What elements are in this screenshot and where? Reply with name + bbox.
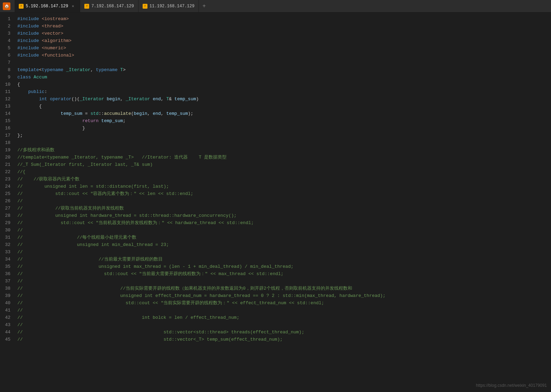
code-line: { — [17, 81, 551, 88]
line-number: 32 — [0, 241, 10, 248]
tab-1[interactable]: 5.192.168.147.129 ✕ — [15, 0, 80, 12]
code-line: // — [17, 197, 551, 205]
code-line: // //获取当前机器支持的并发线程数 — [17, 205, 551, 212]
line-number: 22 — [0, 168, 10, 176]
line-number: 45 — [0, 336, 10, 343]
code-line: // //获取容器内元素个数 — [17, 176, 551, 183]
editor-area: 1234567891011121314151617181920212223242… — [0, 12, 551, 392]
code-line: // //每个线程最小处理元素个数 — [17, 234, 551, 241]
line-number: 37 — [0, 278, 10, 285]
title-bar-left: 🏠 — [0, 0, 15, 12]
code-line: // unsigned int hardware_thread = std::t… — [17, 212, 551, 219]
tab-close-1[interactable]: ✕ — [70, 3, 76, 9]
tab-icon-1 — [19, 4, 24, 9]
code-line: // std::cout << "当前实际需要开辟的线程数为：" << effe… — [17, 299, 551, 307]
line-number: 12 — [0, 95, 10, 103]
code-line: #include <functional> — [17, 52, 551, 59]
code-line: // int bolck = len / effect_thread_num; — [17, 314, 551, 321]
code-line: // — [17, 248, 551, 256]
tab-add-button[interactable]: + — [199, 0, 209, 12]
code-line: // — [17, 278, 551, 285]
line-number: 27 — [0, 205, 10, 212]
line-number: 29 — [0, 219, 10, 227]
line-number: 2 — [0, 23, 10, 30]
line-number: 30 — [0, 227, 10, 234]
code-line: class Accum — [17, 74, 551, 81]
line-number: 40 — [0, 299, 10, 307]
tabs-container: 5.192.168.147.129 ✕ 7.192.168.147.129 11… — [15, 0, 551, 12]
line-number: 25 — [0, 190, 10, 197]
line-number: 36 — [0, 270, 10, 278]
code-line: return temp_sum; — [17, 117, 551, 125]
line-number: 34 — [0, 256, 10, 263]
line-number: 41 — [0, 307, 10, 314]
code-line: // std::cout << "容器内元素个数为：" << len << st… — [17, 190, 551, 197]
line-number: 11 — [0, 88, 10, 95]
code-line: #include <numeric> — [17, 44, 551, 52]
code-area: 1234567891011121314151617181920212223242… — [0, 12, 551, 346]
line-number: 23 — [0, 176, 10, 183]
watermark: https://blog.csdn.net/weixin_40179091 — [476, 383, 547, 388]
code-line: //{ — [17, 168, 551, 176]
code-line — [17, 139, 551, 146]
code-line: // — [17, 227, 551, 234]
tab-2[interactable]: 7.192.168.147.129 — [80, 0, 138, 12]
line-number: 26 — [0, 197, 10, 205]
line-number: 3 — [0, 30, 10, 37]
title-bar: 🏠 5.192.168.147.129 ✕ 7.192.168.147.129 … — [0, 0, 551, 12]
line-number: 13 — [0, 103, 10, 110]
tab-icon-2 — [84, 4, 89, 9]
code-line: //_T Sum(_Iterator first, _Iterator last… — [17, 161, 551, 168]
code-content[interactable]: #include <iostream>#include <thread>#inc… — [15, 15, 551, 343]
code-line: // std::cout << "当前最大需要开辟的线程数为：" << max_… — [17, 270, 551, 278]
line-number: 31 — [0, 234, 10, 241]
tab-icon-3 — [143, 4, 147, 9]
line-number: 42 — [0, 314, 10, 321]
code-line: public: — [17, 88, 551, 95]
line-number: 33 — [0, 248, 10, 256]
code-line: #include <vector> — [17, 30, 551, 37]
line-number: 21 — [0, 161, 10, 168]
code-line: // //当前实际需要开辟的线程数（如果机器支持的并发数返回为0，则开辟2个线程… — [17, 285, 551, 292]
code-line: // //当前最大需要开辟线程的数目 — [17, 256, 551, 263]
code-line: #include <iostream> — [17, 15, 551, 23]
line-number: 17 — [0, 132, 10, 139]
line-number: 35 — [0, 263, 10, 270]
line-number: 5 — [0, 44, 10, 52]
line-number: 39 — [0, 292, 10, 299]
code-line: // unsigned int min_deal_thread = 23; — [17, 241, 551, 248]
line-number: 15 — [0, 117, 10, 125]
line-number: 7 — [0, 59, 10, 66]
line-number: 8 — [0, 66, 10, 74]
line-number: 18 — [0, 139, 10, 146]
tab-label-1: 5.192.168.147.129 — [26, 4, 68, 9]
code-line: { — [17, 103, 551, 110]
code-line: } — [17, 125, 551, 132]
code-line: // std::cout << "当前机器支持的并发线程数为：" << hard… — [17, 219, 551, 227]
line-numbers: 1234567891011121314151617181920212223242… — [0, 15, 15, 343]
code-line: // — [17, 321, 551, 329]
line-number: 14 — [0, 110, 10, 117]
code-line: // std::vector<std::thread> threads(effe… — [17, 329, 551, 336]
code-line: temp_sum = std::accumulate(begin, end, t… — [17, 110, 551, 117]
code-line: // unsigned int effect_thread_num = hard… — [17, 292, 551, 299]
tab-label-3: 11.192.168.147.129 — [150, 4, 195, 9]
code-line: //多线程求和函数 — [17, 146, 551, 154]
code-line: template<typename _Iterator, typename T> — [17, 66, 551, 74]
line-number: 44 — [0, 329, 10, 336]
code-line: // std::vector<_T> temp_sum(effect_threa… — [17, 336, 551, 343]
code-line: int operator()(_Iterator begin, _Iterato… — [17, 95, 551, 103]
line-number: 16 — [0, 125, 10, 132]
line-number: 19 — [0, 146, 10, 154]
home-icon[interactable]: 🏠 — [3, 2, 10, 10]
line-number: 10 — [0, 81, 10, 88]
line-number: 9 — [0, 74, 10, 81]
code-line: // unsigned int max_thread = (len - 1 + … — [17, 263, 551, 270]
line-number: 6 — [0, 52, 10, 59]
line-number: 20 — [0, 154, 10, 161]
tab-3[interactable]: 11.192.168.147.129 — [138, 0, 199, 12]
code-line: // — [17, 307, 551, 314]
code-line: #include <thread> — [17, 23, 551, 30]
line-number: 43 — [0, 321, 10, 329]
code-line — [17, 59, 551, 66]
